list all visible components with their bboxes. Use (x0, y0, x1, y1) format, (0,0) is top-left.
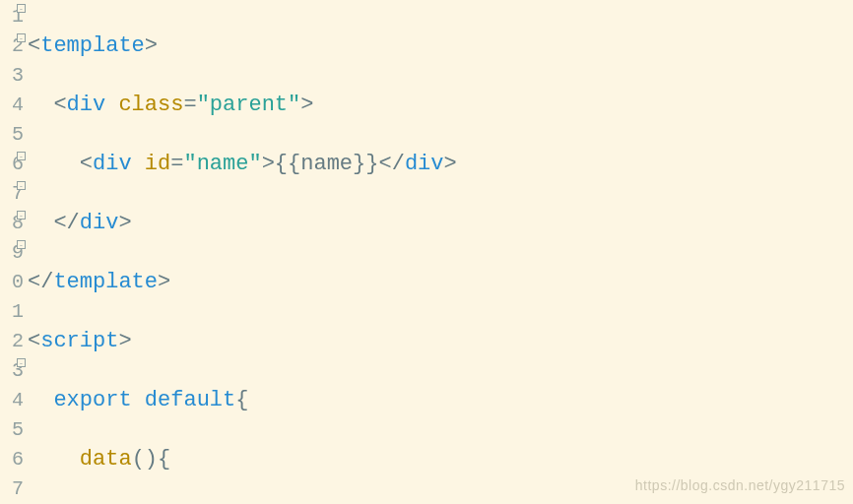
fold-icon[interactable]: - (17, 4, 26, 13)
gutter-row: 8- (0, 209, 24, 238)
line-number: 4 (12, 386, 24, 415)
line-number: 4 (12, 91, 24, 120)
line-number: 5 (12, 415, 24, 445)
code-line: </div> (28, 209, 853, 238)
fold-icon[interactable]: - (17, 152, 26, 160)
gutter-row: 6 (0, 445, 24, 474)
code-line: <div id="name">{{name}}</div> (28, 150, 853, 179)
fold-icon[interactable]: - (17, 181, 26, 190)
fold-icon[interactable]: - (17, 240, 26, 249)
gutter-row: 4 (0, 91, 24, 120)
gutter-row: 5 (0, 120, 24, 150)
gutter-row: 3 (0, 61, 24, 91)
line-gutter: 1-2-3456-7-8-9-0123-4567 (0, 0, 26, 504)
code-line: export default{ (28, 386, 853, 415)
line-number: 0 (12, 268, 24, 297)
line-number: 2 (12, 327, 24, 356)
gutter-row: 0 (0, 268, 24, 297)
gutter-row: 7- (0, 179, 24, 209)
code-area[interactable]: <template> <div class="parent"> <div id=… (26, 0, 853, 504)
line-number: 1 (12, 297, 24, 327)
line-number: 6 (12, 445, 24, 474)
fold-icon[interactable]: - (17, 33, 26, 42)
gutter-row: 1- (0, 2, 24, 32)
gutter-row: 9- (0, 238, 24, 268)
gutter-row: 2 (0, 327, 24, 356)
gutter-row: 4 (0, 386, 24, 415)
gutter-row: 1 (0, 297, 24, 327)
gutter-row: 7 (0, 474, 24, 504)
code-line: <script> (28, 327, 853, 356)
watermark: https://blog.csdn.net/ygy211715 (635, 471, 845, 500)
fold-icon[interactable]: - (17, 358, 26, 367)
fold-icon[interactable]: - (17, 211, 26, 220)
code-line: </template> (28, 268, 853, 297)
code-line: <div class="parent"> (28, 91, 853, 120)
code-line: <template> (28, 32, 853, 61)
gutter-row: 2- (0, 32, 24, 61)
gutter-row: 5 (0, 415, 24, 445)
line-number: 3 (12, 61, 24, 91)
line-number: 5 (12, 120, 24, 150)
line-number: 7 (12, 474, 24, 504)
gutter-row: 6- (0, 150, 24, 179)
gutter-row: 3- (0, 356, 24, 386)
